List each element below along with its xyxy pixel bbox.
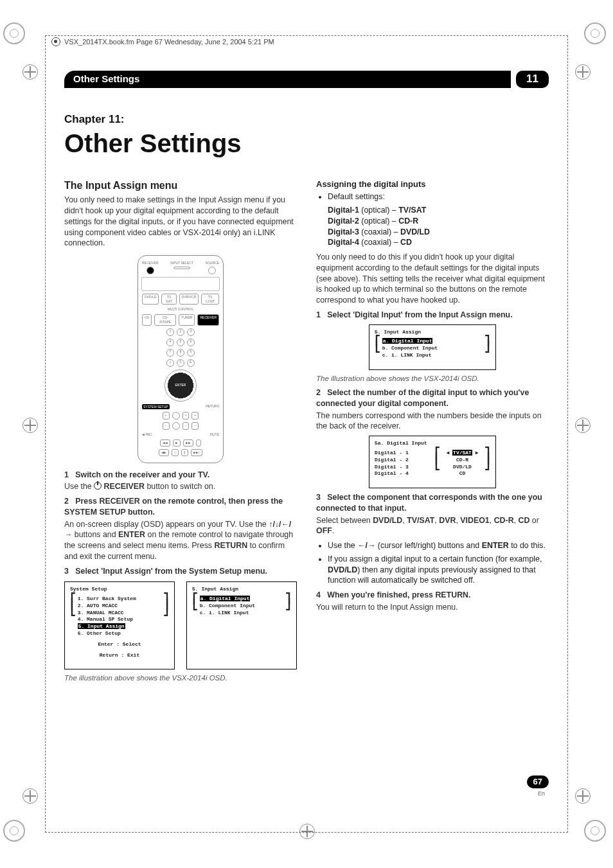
step-2-right: 2 Select the number of the digital input… [316,387,549,409]
label-multi-control: MULTI CONTROL [168,307,193,312]
two-column-body: The Input Assign menu You only need to m… [64,179,549,687]
registration-mark-icon [299,824,315,839]
content-area: Other Settings 11 Chapter 11: Other Sett… [64,71,549,797]
book-metadata-text: VSX_2014TX.book.fm Page 67 Wednesday, Ju… [64,37,274,47]
binding-ring-tr [584,22,610,48]
label-system-setup: SYSTEM SETUP [142,404,170,410]
step-4-body-right: You will return to the Input Assign menu… [316,602,549,613]
heading-assign-digital: Assigning the digital inputs [316,179,549,190]
registration-mark-icon [575,64,591,80]
chapter-number-badge: 11 [516,71,549,88]
registration-mark-icon [22,64,38,80]
osd-input-assign-right: 5. Input Assign ⎡⎣ a. Digital Input b. C… [369,324,496,370]
step-2-left: 2 Press RECEIVER on the remote control, … [64,496,297,517]
label-mute: MUTE [210,432,219,437]
osd-caption-left: The illustration above shows the VSX-201… [64,673,297,684]
step-1-right: 1 Select 'Digital Input' from the Input … [316,310,549,321]
binding-ring-tl [3,22,29,48]
step-2-body-right: The numbers correspond with the numbers … [316,411,549,432]
section-header-bar: Other Settings 11 [64,71,549,88]
registration-mark-icon [575,418,591,433]
chapter-title: Other Settings [64,126,549,161]
book-tag-icon [51,37,60,46]
registration-mark-icon [22,788,38,804]
registration-mark-icon [22,418,38,433]
registration-mark-icon [575,788,591,804]
section-title-block: Other Settings [64,71,511,87]
step-1-left: 1 Switch on the receiver and your TV. [64,470,297,481]
heading-input-assign: The Input Assign menu [64,179,297,193]
label-return: RETURN [206,404,219,410]
book-metadata-line: VSX_2014TX.book.fm Page 67 Wednesday, Ju… [51,37,274,47]
right-column: Assigning the digital inputs Default set… [316,179,549,687]
binding-ring-bl [3,820,29,846]
osd-system-setup: System Setup ⎡⎢⎣ 1. Surr Back System 2. … [64,581,175,669]
left-column: The Input Assign menu You only need to m… [64,179,297,687]
list-item: If you assign a digital input to a certa… [328,554,549,586]
chapter-label: Chapter 11: [64,112,549,127]
step-4-right: 4 When you're finished, press RETURN. [316,590,549,601]
page-footer: 67 En [527,775,549,797]
remote-control-illustration: RECEIVER INPUT SELECT SOURCE DVD/LDTV SA… [138,255,224,463]
step-3-left: 3 Select 'Input Assign' from the System … [64,566,297,577]
page: VSX_2014TX.book.fm Page 67 Wednesday, Ju… [0,0,613,868]
section-title: Other Settings [73,73,139,85]
step-3-body-right: Select between DVD/LD, TV/SAT, DVR, VIDE… [316,515,549,536]
paragraph-intro-right: You only need to do this if you didn't h… [316,252,549,306]
step-3-bullets: Use the ←/→ (cursor left/right) buttons … [316,540,549,586]
osd-digital-input: 5a. Digital Input Digital - 1 Digital - … [369,436,496,488]
enter-pad-icon [164,369,197,402]
paragraph-intro-left: You only need to make settings in the In… [64,195,297,249]
step-1-body-left: Use the RECEIVER button to switch on. [64,481,297,492]
list-item: Use the ←/→ (cursor left/right) buttons … [328,540,549,551]
page-number-badge: 67 [527,775,549,788]
binding-ring-br [584,820,610,846]
step-2-body-left: An on-screen display (OSD) appears on yo… [64,519,297,562]
osd-caption-right: The illustration above shows the VSX-201… [316,374,549,384]
power-icon [94,482,102,490]
page-lang: En [527,790,545,797]
osd-input-assign-left: 5. Input Assign ⎡⎣ a. Digital Input b. C… [186,581,297,669]
step-3-right: 3 Select the component that corresponds … [316,492,549,513]
osd-pair-left: System Setup ⎡⎢⎣ 1. Surr Back System 2. … [64,578,297,673]
chapter-number: 11 [526,73,538,85]
default-settings-list: Default settings: Digital-1 (optical) – … [316,191,549,248]
